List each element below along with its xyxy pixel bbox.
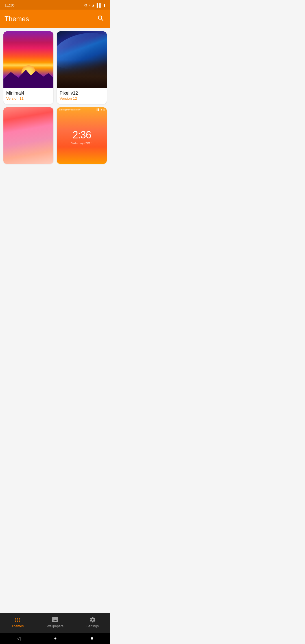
theme-thumbnail-pixel: [57, 31, 107, 88]
theme-card-pixel-v12[interactable]: Pixel v12 Version 12: [57, 31, 107, 104]
search-button[interactable]: [96, 14, 106, 24]
theme-card-minimal4[interactable]: Minimal4 Version 11: [3, 31, 53, 104]
theme-info-minimal4: Minimal4 Version 11: [3, 88, 53, 104]
lockscreen-status-bar: Emergency calls only ▌▌ ▲ ▮: [57, 108, 107, 111]
lockscreen-date: Saturday 09/10: [71, 142, 92, 145]
theme-thumbnail-pink: [3, 107, 53, 164]
lockscreen-emergency: Emergency calls only: [59, 108, 80, 111]
page-title: Themes: [5, 15, 29, 23]
theme-name-pixel: Pixel v12: [60, 91, 104, 96]
lockscreen-overlay: Emergency calls only ▌▌ ▲ ▮ 2:36 Saturda…: [57, 107, 107, 164]
theme-version-minimal4: Version 11: [6, 96, 51, 101]
signal-icon: ▌▌: [97, 3, 102, 7]
wifi-icon: ▲: [91, 3, 95, 7]
theme-version-pixel: Version 12: [60, 96, 104, 101]
status-time: 11:36: [5, 3, 14, 7]
theme-grid: Minimal4 Version 11 Pixel v12 Version 12…: [3, 31, 107, 164]
lockscreen-time: 2:36: [72, 129, 91, 141]
search-icon: [97, 15, 104, 22]
theme-thumbnail-orange: Emergency calls only ▌▌ ▲ ▮ 2:36 Saturda…: [57, 107, 107, 164]
theme-card-4[interactable]: Emergency calls only ▌▌ ▲ ▮ 2:36 Saturda…: [57, 107, 107, 164]
theme-card-3[interactable]: [3, 107, 53, 164]
settings-dot-icon: ⚙ •: [84, 3, 90, 7]
lockscreen-signal: ▌▌ ▲ ▮: [97, 108, 104, 111]
app-bar: Themes: [0, 10, 110, 28]
main-content: Minimal4 Version 11 Pixel v12 Version 12…: [0, 28, 110, 203]
theme-thumbnail-minimal4: [3, 31, 53, 88]
battery-icon: ▮: [104, 3, 106, 7]
status-icons: ⚙ • ▲ ▌▌ ▮: [84, 3, 106, 7]
theme-name-minimal4: Minimal4: [6, 91, 51, 96]
status-bar: 11:36 ⚙ • ▲ ▌▌ ▮: [0, 0, 110, 10]
theme-info-pixel: Pixel v12 Version 12: [57, 88, 107, 104]
